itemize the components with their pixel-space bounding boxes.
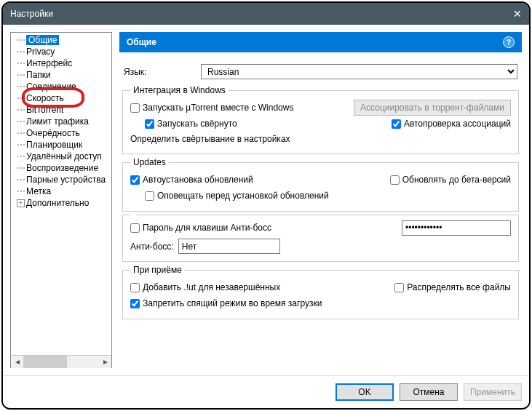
cancel-button[interactable]: Отмена <box>400 383 458 401</box>
sidebar-item-bittorrent[interactable]: ⋯BitTorrent <box>11 104 111 116</box>
group-receive-legend: При приёме <box>130 265 185 275</box>
group-updates: Updates Автоустановка обновлений Обновля… <box>122 157 519 212</box>
sidebar-item-folders[interactable]: ⋯Папки <box>11 69 111 81</box>
sidebar-item-queue[interactable]: ⋯Очерёдность <box>11 127 111 139</box>
chk-notify-updates[interactable]: Оповещать перед установкой обновлений <box>145 191 511 201</box>
dialog-body: ⋯Общие ⋯Privacy ⋯Интерфейс ⋯Папки ⋯Соеди… <box>3 25 529 375</box>
sidebar-item-scheduler[interactable]: ⋯Планировщик <box>11 139 111 151</box>
group-updates-legend: Updates <box>130 157 169 167</box>
antiboss-label: Анти-босс: <box>130 242 174 252</box>
panel-title: Общие <box>127 37 156 47</box>
scroll-left-icon[interactable]: ◂ <box>11 356 23 368</box>
help-icon[interactable]: ? <box>503 36 515 48</box>
sidebar-item-advanced[interactable]: +Дополнительно <box>11 197 111 209</box>
minimize-explain: Определить свёртывание в настройках <box>130 134 511 144</box>
dialog-footer: OK Отмена Применить <box>3 375 529 408</box>
panel-content: Язык: Russian Интеграция в Windows Запус… <box>119 57 522 368</box>
sidebar: ⋯Общие ⋯Privacy ⋯Интерфейс ⋯Папки ⋯Соеди… <box>10 32 112 368</box>
settings-window: Настройки ✕ ⋯Общие ⋯Privacy ⋯Интерфейс ⋯… <box>1 1 531 410</box>
group-windows-integration: Интеграция в Windows Запускать µTorrent … <box>122 85 519 154</box>
associate-button: Ассоциировать в торрент-файлами <box>354 100 511 116</box>
scroll-thumb[interactable] <box>23 356 67 368</box>
sidebar-item-interface[interactable]: ⋯Интерфейс <box>11 57 111 69</box>
chk-add-ut-suffix[interactable]: Добавить .!ut для незавершённых <box>130 282 280 292</box>
panel-header: Общие ? <box>119 32 522 52</box>
sidebar-item-traffic-limit[interactable]: ⋯Лимит трафика <box>11 116 111 127</box>
language-row: Язык: Russian <box>124 64 517 79</box>
language-label: Язык: <box>124 67 196 77</box>
sidebar-item-privacy[interactable]: ⋯Privacy <box>11 46 111 57</box>
antiboss-password-field[interactable] <box>402 220 511 236</box>
group-antiboss: Пароль для клавиши Анти-босс Анти-босс: <box>122 215 519 262</box>
language-select[interactable]: Russian <box>201 64 517 79</box>
chk-start-with-windows[interactable]: Запускать µTorrent вместе с Windows <box>130 103 293 113</box>
sidebar-item-label[interactable]: ⋯Метка <box>11 185 111 197</box>
sidebar-item-speed[interactable]: ⋯Скорость <box>11 92 111 104</box>
sidebar-item-general[interactable]: ⋯Общие <box>11 34 111 46</box>
apply-button[interactable]: Применить <box>464 383 522 401</box>
main-panel: Общие ? Язык: Russian Интеграция в Windo… <box>119 32 522 368</box>
chk-antiboss-password[interactable]: Пароль для клавиши Анти-босс <box>130 223 271 233</box>
chk-distribute-files[interactable]: Распределять все файлы <box>394 282 511 292</box>
group-on-receive: При приёме Добавить .!ut для незавершённ… <box>122 265 519 319</box>
expand-icon[interactable]: + <box>17 199 25 207</box>
titlebar: Настройки ✕ <box>3 3 529 25</box>
sidebar-item-connection[interactable]: ⋯Соединение <box>11 81 111 92</box>
sidebar-item-remote[interactable]: ⋯Удалённый доступ <box>11 151 111 162</box>
category-tree: ⋯Общие ⋯Privacy ⋯Интерфейс ⋯Папки ⋯Соеди… <box>11 33 111 355</box>
chk-auto-check-assoc[interactable]: Автопроверка ассоциаций <box>392 119 511 129</box>
sidebar-item-paired[interactable]: ⋯Парные устройства <box>11 174 111 185</box>
close-icon[interactable]: ✕ <box>513 8 522 20</box>
window-title: Настройки <box>10 9 53 19</box>
chk-auto-install-updates[interactable]: Автоустановка обновлений <box>130 175 253 185</box>
chk-start-minimized[interactable]: Запускать свёрнуто <box>145 119 237 129</box>
scroll-right-icon[interactable]: ▸ <box>99 356 111 368</box>
scroll-track[interactable] <box>23 356 99 368</box>
chk-beta-updates[interactable]: Обновлять до бета-версий <box>390 175 511 185</box>
sidebar-item-playback[interactable]: ⋯Воспроизведение <box>11 162 111 174</box>
antiboss-hotkey-field[interactable] <box>178 239 280 254</box>
ok-button[interactable]: OK <box>336 383 394 401</box>
chk-prevent-sleep[interactable]: Запретить спящий режим во время загрузки <box>130 298 511 308</box>
sidebar-hscrollbar[interactable]: ◂ ▸ <box>11 355 111 367</box>
group-windows-legend: Интеграция в Windows <box>130 85 229 95</box>
